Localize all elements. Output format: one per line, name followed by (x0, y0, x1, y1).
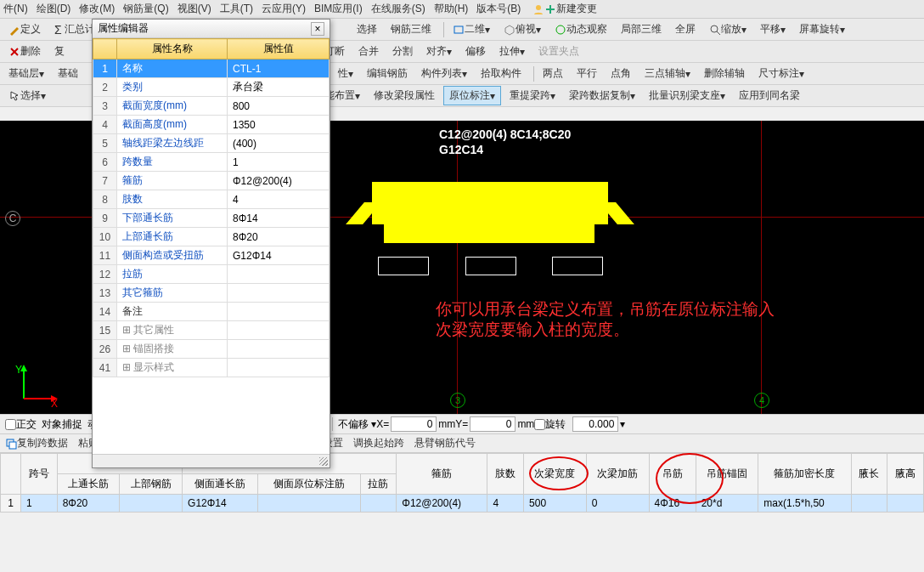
stretch-button[interactable]: 拉伸 ▾ (494, 42, 530, 60)
delete-button[interactable]: 删除 (3, 42, 46, 60)
property-table[interactable]: 属性名称属性值 1名称CTL-1 2类别承台梁 3截面宽度(mm)800 4截面… (93, 38, 330, 377)
zoom-button[interactable]: 缩放 ▾ (704, 20, 752, 38)
pan-button[interactable]: 平移 ▾ (755, 20, 791, 38)
x-icon (8, 46, 20, 58)
base-combo[interactable]: 基础 (53, 65, 83, 82)
2d-button[interactable]: 二维 ▾ (448, 20, 495, 38)
dynamic-view-button[interactable]: 动态观察 (549, 20, 612, 38)
select-tool-button[interactable]: 选择 ▾ (3, 87, 51, 105)
batch-recognize-button[interactable]: 批量识别梁支座 ▾ (644, 87, 730, 105)
magnifier-icon (709, 24, 721, 36)
menu-steel[interactable]: 钢筋量(Q) (123, 2, 168, 16)
svg-point-0 (536, 5, 541, 10)
col-value-header: 属性值 (228, 39, 330, 59)
beam-label-2: G12C14 (439, 143, 483, 156)
fullscreen-button[interactable]: 全屏 (670, 20, 701, 38)
split-button[interactable]: 分割 (387, 42, 418, 60)
two-point-button[interactable]: 两点 (538, 65, 568, 82)
copy-button[interactable]: 复 (49, 42, 70, 60)
copy-icon (5, 438, 17, 450)
property-button[interactable]: 性 ▾ (333, 65, 358, 82)
dimension-button[interactable]: 尺寸标注 ▾ (753, 65, 809, 82)
x-input[interactable] (391, 416, 437, 432)
svg-text:Y: Y (15, 365, 22, 376)
modify-span-prop-button[interactable]: 修改梁段属性 (369, 87, 440, 105)
menu-bar: 件(N) 绘图(D) 修改(M) 钢筋量(Q) 视图(V) 工具(T) 云应用(… (0, 0, 924, 19)
define-button[interactable]: 定义 (3, 20, 46, 38)
svg-line-6 (717, 31, 720, 35)
base-layer-combo[interactable]: 基础层 ▾ (3, 65, 49, 82)
beam-label-1: C12@200(4) 8C14;8C20 (439, 127, 571, 141)
parallel-button[interactable]: 平行 (572, 65, 602, 82)
inplace-annotate-button[interactable]: 原位标注 ▾ (443, 86, 501, 105)
close-icon[interactable]: × (311, 22, 324, 36)
rotate-input[interactable] (572, 416, 618, 432)
edit-steel-button[interactable]: 编辑钢筋 (362, 65, 413, 82)
annotation-text: 你可以用承台梁定义布置，吊筋在原位标注输入 次梁宽度要输入柱的宽度。 (436, 299, 775, 340)
svg-text:X: X (51, 398, 58, 407)
ortho-toggle[interactable]: 正交 (5, 417, 37, 432)
menu-version[interactable]: 版本号(B) (476, 2, 521, 16)
node-4: 4 (754, 393, 769, 408)
ucs-icon: Y X (15, 365, 58, 407)
svg-point-5 (711, 25, 718, 32)
rotate-toggle[interactable]: 旋转 (534, 417, 566, 432)
three-point-axis-button[interactable]: 三点辅轴 ▾ (639, 65, 696, 82)
svg-rect-16 (9, 442, 16, 449)
point-angle-button[interactable]: 点角 (606, 65, 636, 82)
setpoint-button[interactable]: 设置夹点 (533, 42, 584, 60)
pencil-icon (8, 24, 20, 36)
dialog-title: 属性编辑器 (98, 21, 149, 36)
cube-icon (504, 24, 516, 36)
svg-rect-3 (454, 26, 463, 33)
hanger-code-tab[interactable]: 悬臂钢筋代号 (414, 436, 476, 450)
orbit-icon (555, 24, 566, 36)
steel-3d-button[interactable]: 钢筋三维 (386, 20, 437, 38)
menu-view[interactable]: 视图(V) (177, 2, 211, 16)
col-name-header: 属性名称 (117, 39, 228, 59)
resize-grip-icon[interactable] (319, 457, 328, 466)
copy-span-tab[interactable]: 复制跨数据 (5, 436, 68, 450)
offset-mode-combo[interactable]: 不偏移 ▾ (338, 417, 376, 432)
merge-button[interactable]: 合并 (353, 42, 384, 60)
menu-modify[interactable]: 修改(M) (79, 2, 115, 16)
svg-rect-2 (546, 8, 555, 10)
select-filter-button[interactable]: 选择 (352, 20, 382, 38)
svg-point-4 (556, 25, 565, 34)
property-editor-dialog[interactable]: 属性编辑器 × 属性名称属性值 1名称CTL-1 2类别承台梁 3截面宽度(mm… (92, 19, 330, 468)
axis-c-label: C (5, 211, 20, 226)
span-copy-button[interactable]: 梁跨数据复制 ▾ (564, 87, 640, 105)
screen-rotate-button[interactable]: 屏幕旋转 ▾ (794, 20, 850, 38)
rect-icon (453, 24, 465, 36)
menu-draw[interactable]: 绘图(D) (37, 2, 71, 16)
pick-component-button[interactable]: 拾取构件 (476, 65, 527, 82)
switch-start-tab[interactable]: 调换起始跨 (353, 436, 404, 450)
menu-file[interactable]: 件(N) (3, 2, 28, 16)
align-button[interactable]: 对齐 ▾ (421, 42, 457, 60)
apply-all-button[interactable]: 应用到同名梁 (734, 87, 805, 105)
delete-axis-button[interactable]: 删除辅轴 (699, 65, 750, 82)
component-list-button[interactable]: 构件列表 ▾ (416, 65, 472, 82)
dialog-titlebar[interactable]: 属性编辑器 × (93, 20, 330, 38)
menu-cloud[interactable]: 云应用(Y) (262, 2, 306, 16)
snap-toggle[interactable]: 对象捕捉 (42, 417, 82, 432)
menu-online[interactable]: 在线服务(S) (371, 2, 425, 16)
node-3: 3 (450, 393, 465, 408)
plus-icon (544, 3, 556, 15)
topview-button[interactable]: 俯视 ▾ (499, 20, 546, 38)
y-input[interactable] (470, 416, 516, 432)
menu-bim[interactable]: BIM应用(I) (314, 2, 363, 16)
respan-button[interactable]: 重提梁跨 ▾ (504, 87, 561, 105)
new-change-button[interactable]: 新建变更 (532, 2, 606, 16)
menu-help[interactable]: 帮助(H) (434, 2, 469, 16)
cursor-icon (8, 90, 20, 102)
local-3d-button[interactable]: 局部三维 (616, 20, 667, 38)
menu-tools[interactable]: 工具(T) (220, 2, 253, 16)
table-row[interactable]: 1 1 8Φ20 G12Φ14 Φ12@200(4) 4 500 0 4Φ16 … (1, 495, 924, 513)
person-icon (532, 3, 544, 15)
offset-button[interactable]: 偏移 (460, 42, 491, 60)
